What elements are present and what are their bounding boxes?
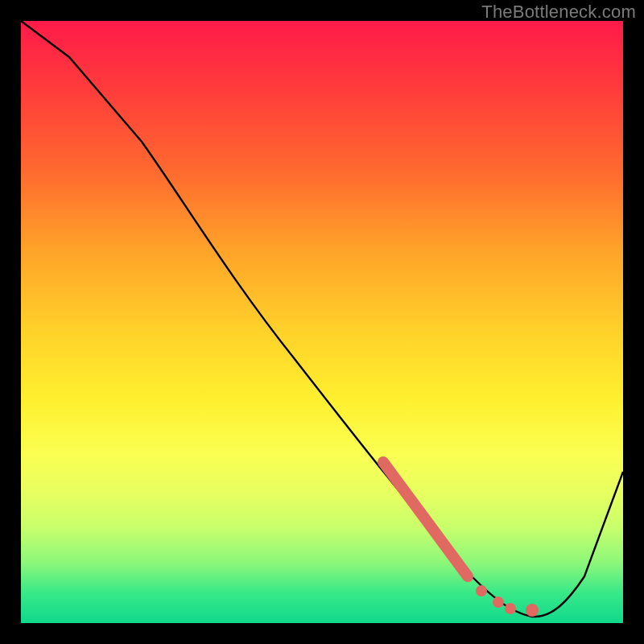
highlight-segment: [383, 462, 468, 576]
highlight-dot: [526, 604, 539, 617]
watermark-text: TheBottleneck.com: [481, 2, 636, 23]
highlight-dot: [505, 603, 516, 614]
highlight-dot: [493, 597, 504, 608]
highlight-dot: [476, 585, 487, 597]
chart-svg: [21, 21, 623, 623]
bottleneck-curve: [21, 21, 623, 617]
chart-frame: TheBottleneck.com: [0, 0, 644, 644]
